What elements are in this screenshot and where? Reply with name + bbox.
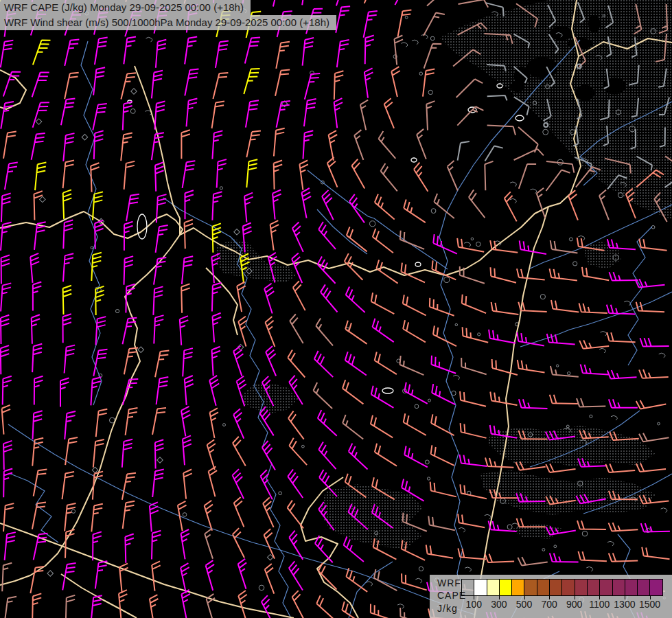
- cape-legend: WRF CAPE J/kg 10030050070090011001300150…: [430, 575, 672, 618]
- title-overlay: WRF CAPE (J/kg) Monday 29-09-2025 00:00 …: [0, 0, 336, 30]
- legend-swatch: [474, 579, 487, 596]
- legend-swatch: [461, 579, 474, 596]
- legend-swatch: [649, 579, 662, 596]
- weather-map-view: WRF CAPE (J/kg) Monday 29-09-2025 00:00 …: [0, 0, 672, 618]
- legend-swatch: [612, 579, 625, 596]
- legend-swatch: [575, 579, 588, 596]
- map-canvas: [0, 0, 672, 618]
- legend-model-label: WRF: [437, 577, 461, 588]
- legend-swatch: [549, 579, 562, 596]
- legend-swatch: [637, 579, 650, 596]
- legend-swatch: [561, 579, 575, 596]
- legend-swatch: [511, 579, 524, 596]
- title-line-shear: WRF Wind shear (m/s) 500/1000hPa Monday …: [0, 15, 336, 30]
- legend-swatch: [524, 579, 537, 596]
- legend-swatch: [625, 579, 638, 596]
- legend-tick-label: 1500: [635, 599, 665, 610]
- legend-swatch: [487, 579, 500, 596]
- legend-swatch: [537, 579, 550, 596]
- title-line-cape: WRF CAPE (J/kg) Monday 29-09-2025 00:00 …: [0, 0, 251, 15]
- legend-swatch: [599, 579, 612, 596]
- legend-unit-label: J/kg: [437, 603, 458, 614]
- legend-swatch: [587, 579, 600, 596]
- legend-colorbar: [461, 579, 663, 596]
- legend-swatch: [499, 579, 512, 596]
